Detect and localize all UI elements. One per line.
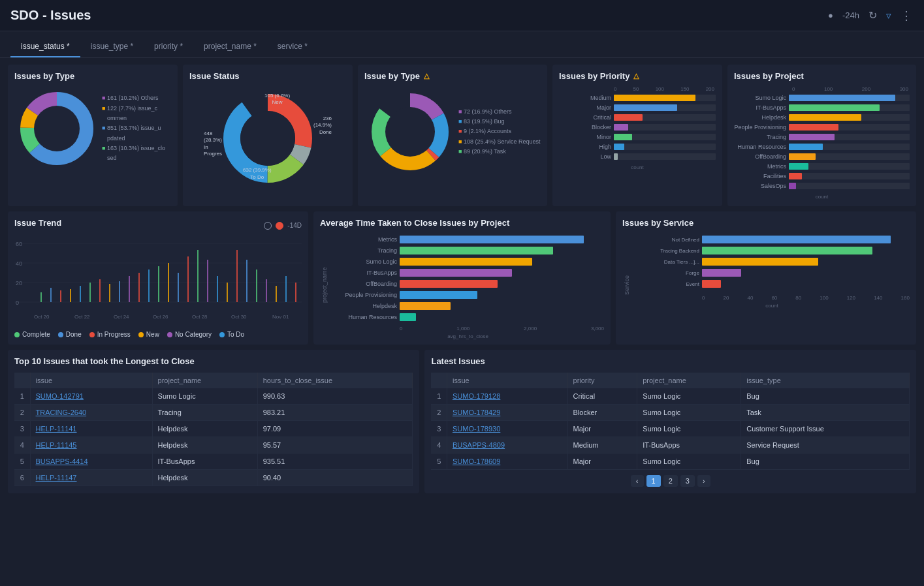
svg-rect-24 (40, 292, 42, 302)
col-issue-type: issue_type (741, 373, 910, 388)
next-page-btn[interactable]: › (697, 475, 710, 487)
project-bar-offboarding: OffBoarding (734, 153, 910, 160)
issue-link-6[interactable]: HELP-11147 (30, 470, 152, 486)
avg-bar-hr: Human Resources (332, 313, 604, 321)
header-controls: ● -24h ↻ ▿ ⋮ (828, 8, 914, 23)
issues-by-project-title: Issues by Project (734, 71, 910, 81)
issues-by-service-title: Issues by Service (622, 218, 910, 228)
issue-by-type-donut (364, 86, 456, 177)
avg-bar-metrics: Metrics (332, 236, 604, 243)
svg-text:Oct 20: Oct 20 (34, 314, 50, 320)
svg-text:Oct 26: Oct 26 (153, 314, 168, 320)
issue-link-5[interactable]: BUSAPPS-4414 (30, 454, 152, 470)
project-bar-facilities: Facilities (734, 173, 910, 179)
time-range: -24h (842, 10, 859, 20)
table-row: 3 SUMO-178930 Major Sumo Logic Customer … (431, 421, 909, 437)
filter-priority[interactable]: priority * (144, 38, 193, 57)
table-row: 4 BUSAPPS-4809 Medium IT-BusApps Service… (431, 437, 909, 454)
page-btn-3[interactable]: 3 (680, 475, 695, 487)
latest-issues-title: Latest Issues (431, 356, 910, 366)
issues-by-project-card: Issues by Project 0100200300 Sumo Logic … (727, 65, 916, 206)
priority-bar-blocker: Blocker (559, 124, 716, 131)
issue-trend-title: Issue Trend (14, 218, 61, 228)
latest-link-3[interactable]: SUMO-178930 (447, 421, 567, 437)
issues-by-type-card: Issues by Type ■ 161 (10.2%) Others ■ 12… (8, 65, 178, 206)
latest-link-1[interactable]: SUMO-179128 (447, 388, 567, 405)
top-issues-title: Top 10 Issues that took the Longest to C… (14, 356, 413, 366)
filter-issue-status[interactable]: issue_status * (10, 38, 80, 57)
issues-by-priority-title: Issues by Priority △ (559, 71, 716, 81)
table-row: 6 HELP-11147 Helpdesk 90.40 (14, 470, 413, 486)
tables-row: Top 10 Issues that took the Longest to C… (8, 350, 916, 493)
issue-trend-chart: 60 40 20 0 (14, 237, 302, 328)
svg-rect-45 (246, 260, 247, 302)
filter-issue-type[interactable]: issue_type * (80, 38, 144, 57)
svg-text:Oct 30: Oct 30 (231, 314, 247, 320)
project-bar-tracing: Tracing (734, 134, 910, 140)
svg-rect-27 (70, 289, 71, 302)
service-bar-notdefined: Not Defined (634, 236, 910, 243)
latest-link-2[interactable]: SUMO-178429 (447, 405, 567, 421)
trend-time-range: -14D (287, 222, 302, 229)
svg-rect-33 (129, 276, 130, 302)
table-row: 1 SUMO-142791 Sumo Logic 990.63 (14, 388, 413, 405)
col-hours: hours_to_close_issue (257, 373, 413, 388)
project-bar-people: People Provisioning (734, 124, 910, 131)
filter-icon[interactable]: ▿ (886, 10, 891, 22)
table-row: 1 SUMO-179128 Critical Sumo Logic Bug (431, 388, 909, 405)
issues-by-service-card: Issues by Service Service Not Defined Tr… (616, 211, 916, 345)
priority-bar-low: Low (559, 153, 716, 160)
issue-link-4[interactable]: HELP-11145 (30, 437, 152, 454)
avg-bar-itbusapps: IT-BusApps (332, 269, 604, 277)
issue-link-2[interactable]: TRACING-2640 (30, 405, 152, 421)
trend-legend: Complete Done In Progress New No Categor… (14, 331, 302, 338)
pagination: ‹ 1 2 3 › (431, 475, 910, 487)
svg-rect-39 (187, 256, 189, 302)
priority-bar-major: Major (559, 104, 716, 111)
filter-bar: issue_status * issue_type * priority * p… (0, 31, 924, 58)
svg-rect-42 (217, 276, 218, 302)
svg-rect-50 (295, 283, 296, 302)
col-num (14, 373, 30, 388)
filter-project-name[interactable]: project_name * (193, 38, 267, 57)
service-bar-forge: Forge (634, 269, 910, 277)
latest-issues-table: issue priority project_name issue_type 1… (431, 373, 910, 470)
svg-rect-40 (197, 250, 199, 302)
clock-icon: ● (828, 10, 833, 20)
issue-trend-card: Issue Trend -14D 60 40 20 (8, 211, 308, 345)
latest-link-4[interactable]: BUSAPPS-4809 (447, 437, 567, 454)
col-priority: priority (567, 373, 637, 388)
avg-bar-tracing: Tracing (332, 247, 604, 254)
avg-bar-sumo: Sumo Logic (332, 258, 604, 266)
issue-link-1[interactable]: SUMO-142791 (30, 388, 152, 405)
svg-text:60: 60 (16, 241, 22, 247)
issues-by-type-legend: ■ 161 (10.2%) Others ■ 122 (7.7%) issue_… (102, 93, 165, 163)
svg-text:Nov 01: Nov 01 (272, 314, 289, 320)
col-project-2: project_name (637, 373, 741, 388)
svg-rect-41 (207, 260, 208, 302)
svg-text:0: 0 (16, 300, 19, 306)
svg-rect-43 (227, 283, 228, 302)
filter-service[interactable]: service * (267, 38, 318, 57)
svg-rect-30 (99, 279, 101, 302)
issue-link-3[interactable]: HELP-11141 (30, 421, 152, 437)
table-row: 4 HELP-11145 Helpdesk 95.57 (14, 437, 413, 454)
warning-icon-2: △ (633, 72, 639, 80)
svg-text:40: 40 (16, 260, 22, 267)
warning-icon-1: △ (424, 72, 429, 80)
refresh-icon[interactable]: ↻ (868, 9, 877, 22)
more-icon[interactable]: ⋮ (900, 8, 914, 23)
prev-page-btn[interactable]: ‹ (631, 475, 644, 487)
col-project: project_name (152, 373, 257, 388)
col-issue: issue (30, 373, 152, 388)
project-bar-itbusapps: IT-BusApps (734, 104, 910, 111)
latest-link-5[interactable]: SUMO-178609 (447, 454, 567, 470)
svg-rect-25 (50, 288, 52, 302)
project-bar-salesops: SalesOps (734, 183, 910, 189)
page-btn-1[interactable]: 1 (646, 475, 661, 487)
svg-text:Oct 22: Oct 22 (74, 314, 90, 320)
svg-rect-38 (178, 273, 179, 302)
page-btn-2[interactable]: 2 (663, 475, 678, 487)
svg-rect-32 (119, 281, 120, 302)
latest-issues-card: Latest Issues issue priority project_nam… (424, 350, 916, 493)
